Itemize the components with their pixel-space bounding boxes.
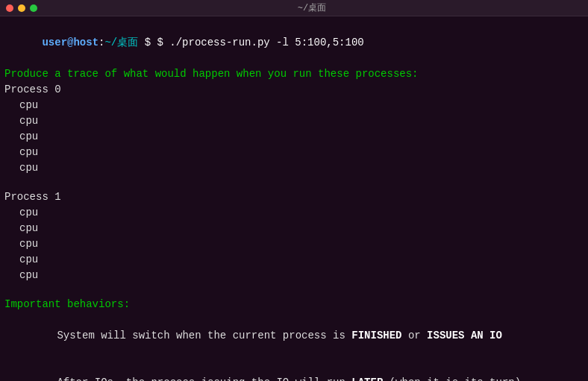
maximize-dot <box>30 4 37 12</box>
finished-text: FINISHED <box>351 330 401 341</box>
title-text: ~/桌面 <box>42 1 582 14</box>
process1-cpu-3: cpu <box>4 236 584 252</box>
terminal-window: ~/桌面 user@host:~/桌面 $ $ ./process-run.py… <box>0 0 588 381</box>
process1-label: Process 1 <box>4 189 584 205</box>
prompt-prefix: user@host <box>42 37 98 48</box>
prompt-path: ~/桌面 <box>104 37 138 48</box>
later-text: LATER <box>351 377 383 381</box>
process0-cpu-1: cpu <box>4 98 584 113</box>
process1-cpu-5: cpu <box>4 268 584 283</box>
terminal-content: user@host:~/桌面 $ $ ./process-run.py -l 5… <box>0 16 588 381</box>
behavior1-line: System will switch when the current proc… <box>4 312 584 359</box>
spacer-1 <box>4 176 584 189</box>
issues-io-text: ISSUES AN IO <box>427 330 502 341</box>
process0-label: Process 0 <box>4 82 584 98</box>
process0-cpu-5: cpu <box>4 160 584 176</box>
command-line: user@host:~/桌面 $ $ ./process-run.py -l 5… <box>4 19 584 66</box>
prompt-dollar: $ <box>138 37 157 48</box>
close-dot <box>6 4 13 12</box>
important-label: Important behaviors: <box>4 297 584 312</box>
produce-trace-line: Produce a trace of what would happen whe… <box>4 66 584 82</box>
process1-cpu-1: cpu <box>4 205 584 221</box>
process0-cpu-4: cpu <box>4 145 584 160</box>
command-text: $ ./process-run.py -l 5:100,5:100 <box>157 37 363 48</box>
process1-cpu-2: cpu <box>4 221 584 236</box>
process1-cpu-4: cpu <box>4 252 584 268</box>
title-bar: ~/桌面 <box>0 0 588 16</box>
spacer-2 <box>4 283 584 297</box>
behavior2-line: After IOs, the process issuing the IO wi… <box>4 359 584 381</box>
process0-cpu-3: cpu <box>4 129 584 145</box>
minimize-dot <box>18 4 25 12</box>
process0-cpu-2: cpu <box>4 113 584 129</box>
